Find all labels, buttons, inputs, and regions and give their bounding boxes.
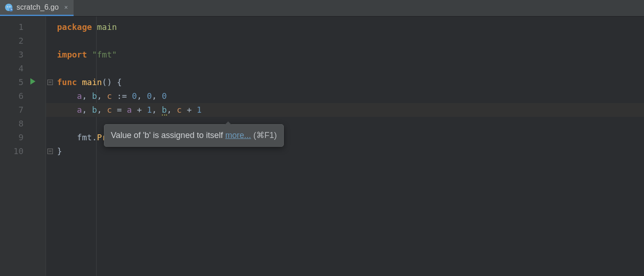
svg-point-4 xyxy=(10,6,10,7)
tab-filename: scratch_6.go xyxy=(17,3,59,12)
code-line: import "fmt" xyxy=(46,48,644,62)
line-number: 7 xyxy=(0,103,46,117)
line-number: 10 xyxy=(0,144,46,158)
line-number: 1 xyxy=(0,20,46,34)
line-number: 3 xyxy=(0,48,46,62)
fold-open-icon[interactable]: − xyxy=(47,80,53,85)
go-file-icon xyxy=(5,3,13,12)
tooltip-more-link[interactable]: more... xyxy=(225,131,251,140)
close-icon[interactable]: × xyxy=(64,4,68,11)
line-number: 5 xyxy=(0,75,46,89)
warning-span[interactable]: b xyxy=(162,105,167,115)
svg-point-3 xyxy=(7,6,8,7)
line-number: 4 xyxy=(0,62,46,75)
inspection-tooltip: Value of 'b' is assigned to itself more.… xyxy=(104,124,284,147)
code-line: package main xyxy=(46,20,644,34)
tooltip-message: Value of 'b' is assigned to itself xyxy=(111,131,225,140)
code-line: −func main() { xyxy=(46,75,644,89)
code-line-active: a, b, c = a + 1, b, c + 1 xyxy=(46,103,644,117)
code-line xyxy=(46,34,644,48)
line-number: 6 xyxy=(0,89,46,103)
line-number: 8 xyxy=(0,117,46,131)
code-area[interactable]: package main import "fmt" −func main() {… xyxy=(46,17,644,276)
line-number: 2 xyxy=(0,34,46,48)
file-tab[interactable]: scratch_6.go × xyxy=(0,0,74,16)
code-line: a, b, c := 0, 0, 0 xyxy=(46,89,644,103)
editor: 1 2 3 4 5 6 7 8 9 10 package main import… xyxy=(0,17,644,276)
gutter: 1 2 3 4 5 6 7 8 9 10 xyxy=(0,17,46,276)
fold-close-icon[interactable]: − xyxy=(47,149,53,154)
code-line xyxy=(46,62,644,75)
line-number: 9 xyxy=(0,131,46,144)
run-gutter-icon[interactable] xyxy=(30,78,35,85)
tab-bar: scratch_6.go × xyxy=(0,0,644,17)
tooltip-shortcut: (⌘F1) xyxy=(251,131,277,140)
